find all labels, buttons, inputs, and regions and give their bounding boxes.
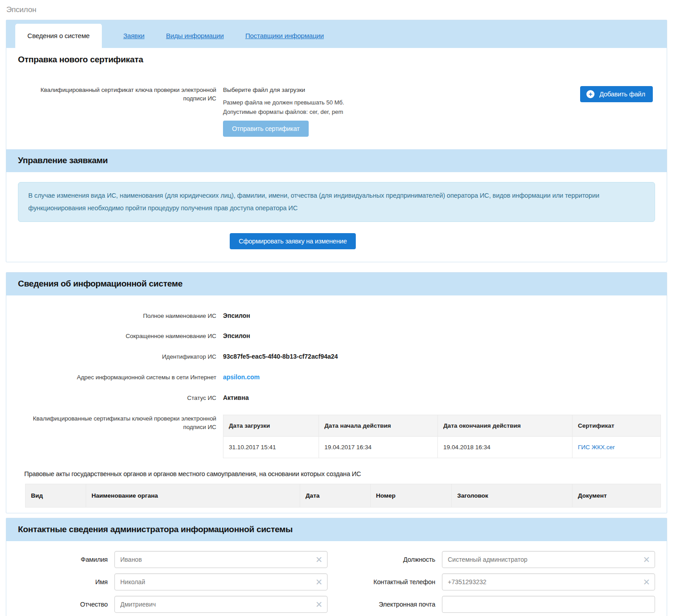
position-input[interactable] [442, 551, 655, 568]
table-row: 31.10.2017 15:41 19.04.2017 16:34 19.04.… [223, 436, 661, 458]
field-row: Электронная почта [345, 596, 655, 613]
field-row: Отчество ✕ [18, 596, 328, 613]
file-formats-hint: Допустимые форматы файлов: cer, der, pem [223, 108, 461, 115]
tab-requests[interactable]: Заявки [123, 32, 144, 39]
requests-section: В случае изменения вида ИС, наименования… [6, 172, 667, 262]
identifier-label: Идентификатор ИС [18, 353, 223, 361]
full-name-label: Полное наименование ИС [18, 312, 223, 321]
clear-x-icon[interactable]: ✕ [315, 555, 323, 564]
field-row: Должность ✕ [345, 551, 655, 568]
middlename-input[interactable] [114, 596, 328, 613]
send-certificate-button[interactable]: Отправить сертификат [223, 121, 309, 137]
clear-x-icon[interactable]: ✕ [315, 577, 323, 586]
add-file-button-label: Добавить файл [599, 91, 645, 98]
plus-circle-icon: + [586, 90, 594, 98]
firstname-label: Имя [18, 578, 114, 586]
file-size-hint: Размер файла не должен превышать 50 Мб. [223, 99, 461, 106]
contacts-band: Контактные сведения администратора инфор… [6, 518, 667, 541]
table-cell: ГИС ЖКХ.cer [572, 436, 661, 458]
table-cell: 31.10.2017 15:41 [223, 436, 319, 458]
contacts-section: Фамилия ✕ Имя ✕ Отчество [6, 541, 667, 616]
table-header-cell: Дата загрузки [223, 415, 319, 436]
middlename-label: Отчество [18, 601, 114, 608]
system-info-band: Сведения об информационной системе [6, 273, 667, 295]
info-row: Статус ИС Активна [18, 394, 661, 403]
status-value: Активна [223, 394, 249, 401]
system-info-panel: Сведения об информационной системе Полно… [6, 272, 667, 513]
requests-section-band: Управление заявками [6, 149, 667, 172]
certificate-file-link[interactable]: ГИС ЖКХ.cer [578, 444, 615, 451]
upload-certificate-section: Отправка нового сертификата Квалифициров… [6, 48, 667, 149]
field-row: Контактный телефон ✕ [345, 573, 655, 590]
short-name-label: Сокращенное наименование ИС [18, 332, 223, 341]
field-row: Имя ✕ [18, 573, 328, 590]
email-label: Электронная почта [345, 601, 442, 608]
table-header-cell: Дата начала действия [319, 415, 438, 436]
info-row: Полное наименование ИС Эпсилон [18, 312, 661, 321]
table-header-cell: Вид [26, 484, 86, 507]
legal-acts-table: Вид Наименование органа Дата Номер Загол… [25, 484, 661, 508]
table-header-cell: Дата [300, 484, 371, 507]
main-panel: Сведения о системе Заявки Виды информаци… [6, 20, 667, 262]
table-header-cell: Заголовок [452, 484, 572, 507]
table-header-cell: Сертификат [572, 415, 661, 436]
change-info-alert: В случае изменения вида ИС, наименования… [18, 182, 655, 222]
system-info-section: Полное наименование ИС Эпсилон Сокращенн… [6, 295, 667, 513]
short-name-value: Эпсилон [223, 332, 250, 339]
contacts-panel: Контактные сведения администратора инфор… [6, 518, 667, 616]
table-header-cell: Дата окончания действия [438, 415, 572, 436]
legal-acts-caption: Правовые акты государственных органов и … [24, 470, 661, 477]
table-header-cell: Номер [371, 484, 452, 507]
info-row: Идентификатор ИС 93c87fe5-eac5-4f40-8b13… [18, 353, 661, 361]
info-row: Адрес информационной системы в сети Инте… [18, 373, 661, 382]
tab-system-info[interactable]: Сведения о системе [15, 24, 102, 48]
table-header-cell: Наименование органа [86, 484, 300, 507]
position-label: Должность [345, 556, 442, 563]
upload-section-title: Отправка нового сертификата [18, 55, 655, 65]
table-header-cell: Документ [572, 484, 661, 507]
create-change-request-button[interactable]: Сформировать заявку на изменение [230, 233, 356, 249]
table-cell: 19.04.2018 16:34 [438, 436, 572, 458]
table-cell: 19.04.2017 16:34 [319, 436, 438, 458]
page-title: Эпсилон [0, 0, 673, 20]
certificates-table: Дата загрузки Дата начала действия Дата … [223, 415, 661, 458]
add-file-button[interactable]: + Добавить файл [580, 86, 653, 102]
tab-information-types[interactable]: Виды информации [166, 32, 224, 39]
clear-x-icon[interactable]: ✕ [643, 555, 650, 564]
full-name-value: Эпсилон [223, 312, 250, 319]
lastname-label: Фамилия [18, 556, 114, 563]
info-row: Сокращенное наименование ИС Эпсилон [18, 332, 661, 341]
clear-x-icon[interactable]: ✕ [643, 577, 650, 586]
identifier-value: 93c87fe5-eac5-4f40-8b13-cf72acf94a24 [223, 353, 338, 360]
clear-x-icon[interactable]: ✕ [315, 600, 323, 608]
email-input[interactable] [442, 596, 655, 613]
internet-address-label: Адрес информационной системы в сети Инте… [18, 373, 223, 382]
firstname-input[interactable] [114, 573, 328, 590]
phone-input[interactable] [442, 573, 655, 590]
system-url-link[interactable]: apsilon.com [223, 373, 260, 381]
tab-information-providers[interactable]: Поставщики информации [245, 32, 324, 39]
certificates-row: Квалифицированные сертификаты ключей про… [18, 415, 661, 458]
phone-label: Контактный телефон [345, 578, 442, 586]
lastname-input[interactable] [114, 551, 328, 568]
status-label: Статус ИС [18, 394, 223, 403]
field-row: Фамилия ✕ [18, 551, 328, 568]
certificate-field-label: Квалифицированный сертификат ключа прове… [18, 86, 223, 137]
tab-bar: Сведения о системе Заявки Виды информаци… [6, 20, 667, 48]
certificates-label: Квалифицированные сертификаты ключей про… [18, 415, 223, 432]
choose-file-text: Выберите файл для загрузки [223, 86, 461, 93]
